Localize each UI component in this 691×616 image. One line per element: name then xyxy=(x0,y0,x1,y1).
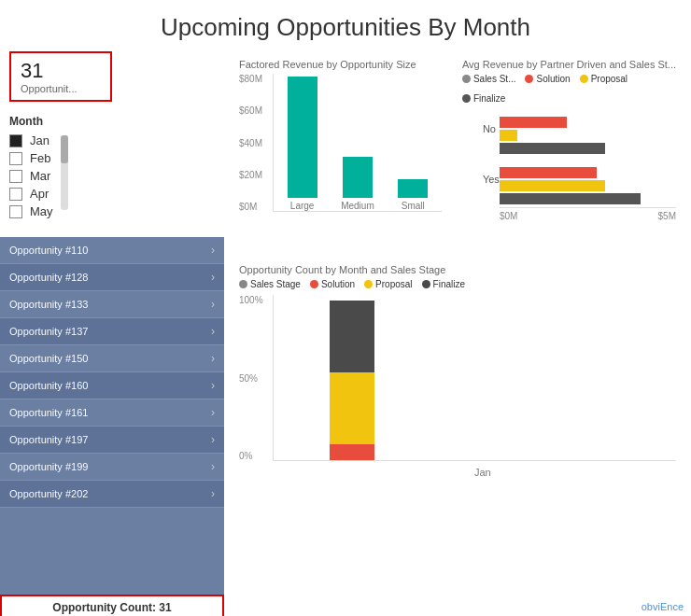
opp-item-arrow: › xyxy=(211,325,215,338)
hbar-bars-yes xyxy=(500,167,676,204)
opp-list-item[interactable]: Opportunity #160› xyxy=(0,372,224,399)
filter-checkbox-may[interactable] xyxy=(9,205,22,218)
legend-label-solution: Solution xyxy=(536,74,570,84)
hbar-no-solution xyxy=(500,117,567,128)
bar-medium: Medium xyxy=(338,157,376,211)
charts-top-row: Factored Revenue by Opportunity Size $0M… xyxy=(233,51,682,257)
legend3-solution: Solution xyxy=(310,279,355,289)
bar-rect-small xyxy=(398,179,428,198)
chart-opp-count: Opportunity Count by Month and Sales Sta… xyxy=(233,257,682,616)
filter-checkbox-jan[interactable] xyxy=(9,134,22,147)
opp-item-arrow: › xyxy=(211,406,215,419)
opportunity-count-bar: Opportunity Count: 31 xyxy=(0,595,224,616)
opp-list-item[interactable]: Opportunity #110› xyxy=(0,237,224,264)
kpi-card[interactable]: 31 Opportunit... xyxy=(9,51,112,102)
bar-label-large: Large xyxy=(290,201,315,211)
chart-avg-revenue: Avg Revenue by Partner Driven and Sales … xyxy=(457,51,682,257)
legend-dot-finalize xyxy=(462,94,471,103)
filter-label-may: May xyxy=(30,204,53,218)
legend-sales-st: Sales St... xyxy=(462,74,516,84)
opportunity-list: Opportunity #110›Opportunity #128›Opport… xyxy=(0,237,224,616)
opp-item-label: Opportunity #202 xyxy=(9,488,88,499)
legend-label-finalize: Finalize xyxy=(473,93,505,104)
stacked-yaxis: 0% 50% 100% xyxy=(239,295,273,461)
legend-solution: Solution xyxy=(525,74,570,84)
opp-item-arrow: › xyxy=(211,244,215,257)
opp-item-arrow: › xyxy=(211,433,215,446)
filter-section: Month Jan Feb Mar xyxy=(0,111,224,230)
kpi-number: 31 xyxy=(21,59,101,83)
filter-item-jan[interactable]: Jan xyxy=(9,133,53,147)
opp-list-item[interactable]: Opportunity #161› xyxy=(0,399,224,427)
left-panel: 31 Opportunit... Month Jan Feb xyxy=(0,51,224,616)
bar-rect-medium xyxy=(343,157,373,198)
y-label-80: $80M xyxy=(239,74,273,84)
kpi-label: Opportunit... xyxy=(21,83,101,94)
opp-item-label: Opportunity #160 xyxy=(9,380,88,391)
bar-canvas: Large Medium Small xyxy=(273,74,442,212)
filter-label-feb: Feb xyxy=(30,151,50,165)
opp-item-label: Opportunity #128 xyxy=(9,272,88,283)
filter-checkbox-mar[interactable] xyxy=(9,170,22,183)
filter-item-mar[interactable]: Mar xyxy=(9,169,53,183)
legend3-proposal: Proposal xyxy=(364,279,412,289)
filter-label-mar: Mar xyxy=(30,169,50,183)
opp-item-arrow: › xyxy=(211,352,215,365)
opp-list-item[interactable]: Opportunity #133› xyxy=(0,291,224,318)
opp-item-arrow: › xyxy=(211,271,215,284)
hbar-yes-proposal xyxy=(500,180,605,191)
legend3-dot-proposal xyxy=(364,280,373,288)
page-title: Upcoming Opportunities By Month xyxy=(0,0,691,51)
bar-label-medium: Medium xyxy=(341,201,374,211)
y-label-40: $40M xyxy=(239,138,273,148)
hbar-x5m: $5M xyxy=(658,211,676,221)
opp-item-label: Opportunity #199 xyxy=(9,461,88,472)
hbar-bars-no xyxy=(500,117,676,154)
legend-label-proposal: Proposal xyxy=(591,74,628,84)
filter-label-jan: Jan xyxy=(30,133,49,147)
bar-label-small: Small xyxy=(402,201,425,211)
y-label-60: $60M xyxy=(239,105,273,116)
legend-dot-proposal xyxy=(580,75,588,83)
filter-item-may[interactable]: May xyxy=(9,204,53,218)
filter-item-feb[interactable]: Feb xyxy=(9,151,53,165)
hbar-ylabel-yes: Yes xyxy=(483,174,500,185)
opp-list-item[interactable]: Opportunity #199› xyxy=(0,454,224,481)
chart-factored-revenue: Factored Revenue by Opportunity Size $0M… xyxy=(233,51,447,257)
opp-list-item[interactable]: Opportunity #128› xyxy=(0,264,224,291)
filter-item-apr[interactable]: Apr xyxy=(9,187,53,201)
chart3-title: Opportunity Count by Month and Sales Sta… xyxy=(239,264,676,275)
filter-checkbox-feb[interactable] xyxy=(9,152,22,165)
legend-label-sales: Sales St... xyxy=(473,74,516,84)
opp-item-label: Opportunity #197 xyxy=(9,434,88,445)
bar-large: Large xyxy=(283,77,321,211)
hbar-row-no: No xyxy=(462,117,676,154)
bar-small: Small xyxy=(394,179,432,211)
opp-item-label: Opportunity #137 xyxy=(9,326,88,337)
filter-checkbox-apr[interactable] xyxy=(9,188,22,201)
legend-finalize: Finalize xyxy=(462,93,505,104)
opp-list-item[interactable]: Opportunity #202› xyxy=(0,481,224,508)
branding: obviEnce xyxy=(642,601,684,612)
opp-item-label: Opportunity #110 xyxy=(9,245,88,256)
y-50pct: 50% xyxy=(239,373,273,384)
hbar-container: No Yes xyxy=(462,109,676,221)
hbar-no-proposal xyxy=(500,130,517,141)
stacked-col-jan xyxy=(330,301,374,460)
y-label-20: $20M xyxy=(239,170,273,180)
chart2-title: Avg Revenue by Partner Driven and Sales … xyxy=(462,59,676,70)
opp-list-item[interactable]: Opportunity #137› xyxy=(0,318,224,345)
seg-proposal xyxy=(330,372,374,444)
legend3-dot-solution xyxy=(310,280,318,288)
opp-list-item[interactable]: Opportunity #197› xyxy=(0,427,224,454)
opp-item-label: Opportunity #161 xyxy=(9,407,88,418)
opp-list-item[interactable]: Opportunity #150› xyxy=(0,345,224,372)
stacked-canvas xyxy=(273,295,676,461)
stacked-bar-area: 0% 50% 100% Jan xyxy=(239,295,676,482)
legend3-finalize: Finalize xyxy=(422,279,465,289)
hbar-yes-finalize xyxy=(500,193,641,204)
right-panel: Factored Revenue by Opportunity Size $0M… xyxy=(224,51,691,616)
hbar-ylabel-no: No xyxy=(483,123,496,134)
opp-item-arrow: › xyxy=(211,487,215,500)
hbar-x0: $0M xyxy=(500,211,517,221)
